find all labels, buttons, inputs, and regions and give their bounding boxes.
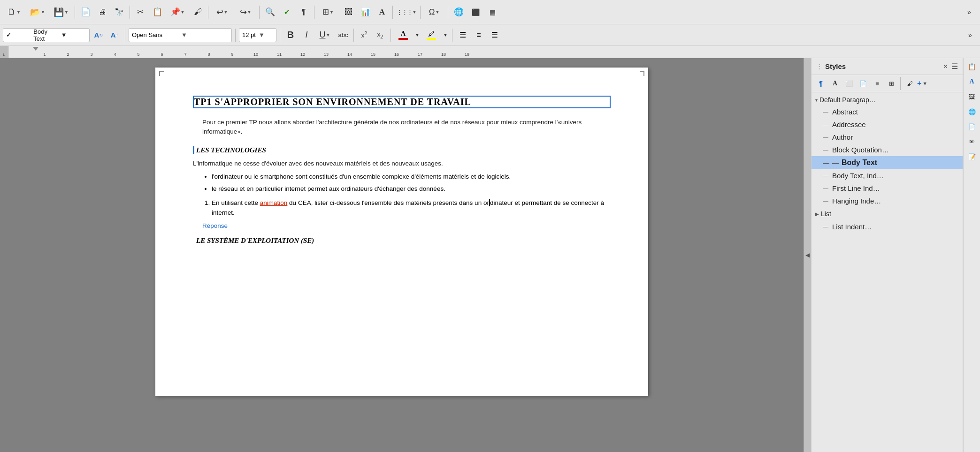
textbox-button[interactable]: A [374,4,390,20]
hyperlink-button[interactable]: 🌐 [451,4,467,20]
columns-button[interactable]: ⋮⋮⋮ ▼ [395,4,418,20]
page-side-btn[interactable]: 📄 [965,120,979,133]
styles-table-btn[interactable]: ⊞ [885,77,898,90]
style-item-abstract[interactable]: — Abstract [812,105,963,118]
macro-btn[interactable]: 📝 [965,150,979,163]
section1-body[interactable]: L'informatique ne cesse d'évoluer avec d… [193,159,611,168]
print-button[interactable]: 🖨 [94,4,110,20]
styles-char-btn[interactable]: A [828,77,842,90]
style-group-default-header[interactable]: ▾ Default Paragrap… [812,94,963,105]
navigator-button[interactable]: ⬛ [467,4,483,20]
font-dropdown[interactable]: Open Sans ▼ [129,28,232,42]
undo-button[interactable]: ↩ ▼ [211,4,233,20]
block-quotation-label: Block Quotation… [832,146,889,154]
find-button[interactable]: 🔭 [111,4,127,20]
align-left-button[interactable]: ☰ [456,28,470,42]
ordered-item-1[interactable]: En utilisant cette animation du CEA, lis… [212,198,611,218]
default-para-label: Default Paragrap… [819,96,876,104]
underline-button[interactable]: U ▼ [315,28,334,42]
chart-button[interactable]: 📊 [357,4,373,20]
gallery-icon: 🖼 [969,93,975,100]
superscript-label: x2 [361,30,368,39]
intro-paragraph[interactable]: Pour ce premier TP nous allons aborder l… [202,118,611,137]
style-item-list-indent[interactable]: — List Indent… [812,220,963,233]
subscript-button[interactable]: x2 [373,28,387,42]
style-item-first-line[interactable]: — First Line Ind… [812,182,963,195]
font-size-dropdown[interactable]: 12 pt ▼ [239,28,276,42]
highlight-dropdown-icon: ▼ [444,33,448,38]
font-color-icon: A [401,30,406,38]
doc-title[interactable]: TP1 S'APPROPRIER SON ENVIRONNEMENT DE TR… [193,96,611,108]
save-button[interactable]: 💾 ▼ [50,4,72,20]
styles-more-dropdown[interactable]: ▼ [922,81,927,86]
italic-button[interactable]: I [299,28,314,42]
abstract-label: Abstract [832,108,858,116]
document-area[interactable]: TP1 S'APPROPRIER SON ENVIRONNEMENT DE TR… [0,58,804,452]
panel-collapse-arrow[interactable]: ◀ [804,58,811,452]
strikethrough-button[interactable]: abc [336,28,350,42]
animation-link[interactable]: animation [260,199,288,206]
format-toolbar: ✓ Body Text ▼ A ⟲ A + Open Sans ▼ 12 pt … [0,24,980,46]
style-group-list-header[interactable]: ▶ List [812,208,963,219]
redo-button[interactable]: ↪ ▼ [234,4,257,20]
align-right-button[interactable]: ☰ [488,28,502,42]
styles-frame-btn[interactable]: ⬜ [842,77,856,90]
copy-button[interactable]: 📋 [149,4,165,20]
clone-button[interactable]: 🖌 [190,4,206,20]
nonprinting-button[interactable]: ¶ [296,4,312,20]
style-item-hanging[interactable]: — Hanging Inde… [812,195,963,207]
bold-button[interactable]: B [283,28,298,42]
styles-paragraph-btn[interactable]: ¶ [814,77,827,90]
section1-heading[interactable]: LES TECHNOLOGIES [193,146,611,154]
font-color-button[interactable]: A [394,28,412,42]
properties-btn[interactable]: 📋 [965,60,979,73]
styles-sidebar-btn[interactable]: A [965,75,979,88]
styles-list-btn[interactable]: ≡ [871,77,884,90]
style-item-block-quotation[interactable]: — Block Quotation… [812,143,963,156]
paste-button[interactable]: 📌 ▼ [166,4,189,20]
response-link[interactable]: Réponse [202,222,611,229]
sidebar-toggle-button[interactable]: ▦ [484,4,500,20]
clone-icon: 🖌 [194,8,202,17]
styles-fill-btn[interactable]: 🖌 [903,77,916,90]
table-button[interactable]: ⊞ ▼ [317,4,339,20]
bullet-item-1[interactable]: l'ordinateur ou le smartphone sont const… [212,172,611,181]
spellcheck-button[interactable]: ✔ [279,4,295,20]
styles-menu-button[interactable]: ☰ [951,62,958,71]
bullet-item-2[interactable]: le réseau et en particulier internet per… [212,184,611,194]
cut-button[interactable]: ✂ [132,4,148,20]
style-dropdown[interactable]: ✓ Body Text ▼ [3,28,90,42]
sep7 [420,6,421,19]
styles-new-btn[interactable]: + [917,79,921,88]
more-toolbar-button[interactable]: » [961,4,977,20]
navigator-side-btn[interactable]: 🌐 [965,105,979,118]
special-char-button[interactable]: Ω ▼ [423,4,445,20]
highlight-arrow-button[interactable]: ▼ [442,28,449,42]
search-replace-button[interactable]: 🔍 [262,4,278,20]
style-group-default: ▾ Default Paragrap… — Abstract — Address… [812,94,963,207]
style-item-author[interactable]: — Author [812,131,963,143]
style-item-body-text-indent[interactable]: — Body Text, Ind… [812,169,963,182]
highlight-color-button[interactable]: 🖊 [422,28,440,42]
extensions-btn[interactable]: 👁 [965,135,979,148]
new-arrow-icon: ▼ [16,10,21,15]
open-button[interactable]: 📂 ▼ [26,4,49,20]
styles-page-btn[interactable]: 📄 [857,77,870,90]
style-item-body-text[interactable]: — — Body Text [812,156,963,169]
align-center-button[interactable]: ≡ [472,28,486,42]
styles-close-button[interactable]: × [943,62,948,71]
styles-list[interactable]: ▾ Default Paragrap… — Abstract — Address… [812,92,963,452]
font-color-arrow-button[interactable]: ▼ [414,28,421,42]
image-button[interactable]: 🖼 [340,4,356,20]
export-pdf-button[interactable]: 📄 [77,4,93,20]
undo-icon: ↩ [216,7,223,17]
section2-heading[interactable]: LE SYSTÈME D'EXPLOITATION (SE) [193,237,611,245]
gallery-btn[interactable]: 🖼 [965,90,979,103]
new-button[interactable]: 🗋 ▼ [3,4,25,20]
update-style-button[interactable]: A ⟲ [92,28,106,42]
more-format-button[interactable]: » [963,28,977,42]
ruler-left-margin-marker[interactable] [33,47,38,51]
superscript-button[interactable]: x2 [357,28,371,42]
style-item-addressee[interactable]: — Addressee [812,118,963,131]
new-style-button[interactable]: A + [107,28,122,42]
